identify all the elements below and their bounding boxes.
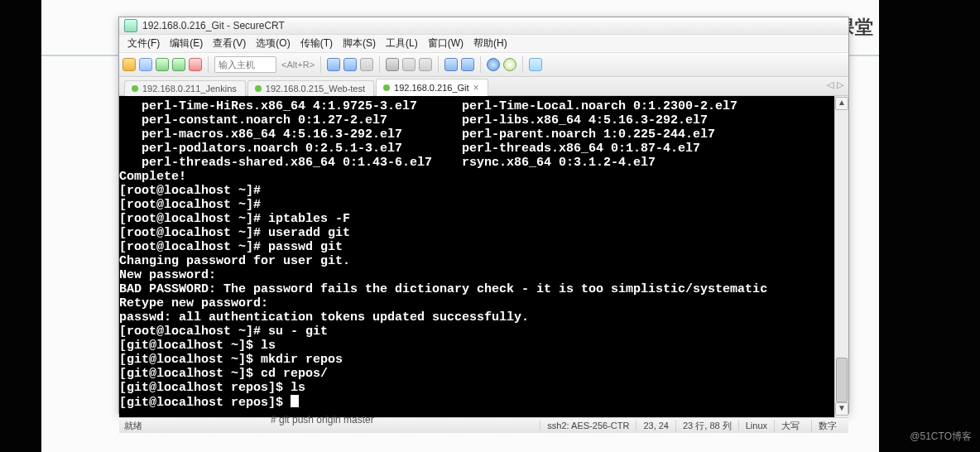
terminal-line: [git@localhost ~]$ mkdir repos (119, 353, 833, 367)
terminal-line: [root@localhost ~]# useradd git (119, 226, 833, 240)
paste-icon[interactable] (343, 58, 357, 71)
terminal-line: [git@localhost repos]$ (119, 395, 833, 410)
terminal-line: [root@localhost ~]# (119, 184, 833, 198)
menu-file[interactable]: 文件(F) (124, 35, 163, 52)
tab-web-test[interactable]: 192.168.0.215_Web-test (247, 80, 374, 96)
terminal-line: perl-podlators.noarch 0:2.5.1-3.el7 perl… (119, 142, 833, 156)
toolbar-sep-6 (522, 56, 523, 73)
status-dot-icon (383, 84, 390, 91)
letterbox-right (879, 0, 980, 452)
terminal-line: perl-constant.noarch 0:1.27-2.el7 perl-l… (119, 113, 833, 127)
tab-next-icon[interactable]: ▷ (837, 79, 843, 90)
terminal-line: [root@localhost ~]# passwd git (119, 240, 833, 254)
toolbar-sep-3 (379, 56, 380, 73)
menubar: 文件(F) 编辑(E) 查看(V) 选项(O) 传输(T) 脚本(S) 工具(L… (119, 35, 848, 53)
status-ready: 就绪 (124, 420, 142, 432)
toolbar-sep-1 (208, 56, 209, 73)
about-icon[interactable] (503, 58, 516, 71)
options-icon[interactable] (402, 58, 416, 71)
quick-connect-icon[interactable] (139, 58, 152, 71)
status-protocol: Linux (738, 421, 774, 430)
menu-help[interactable]: 帮助(H) (470, 35, 511, 52)
find-icon[interactable] (360, 58, 373, 71)
print-icon[interactable] (386, 58, 399, 71)
connect-icon[interactable] (156, 58, 169, 71)
copy-icon[interactable] (327, 58, 340, 71)
letterbox-left (0, 0, 41, 452)
app-icon (124, 19, 137, 32)
status-caps: 大写 (774, 420, 811, 432)
status-cipher: ssh2: AES-256-CTR (540, 421, 636, 430)
tab-git[interactable]: 192.168.0.216_Git × (376, 79, 488, 96)
session-tabstrip: 192.168.0.211_Jenkins 192.168.0.215_Web-… (119, 77, 848, 96)
terminal-cursor (291, 395, 299, 407)
tab-jenkins[interactable]: 192.168.0.211_Jenkins (124, 80, 246, 96)
securecrt-window: 192.168.0.216_Git - SecureCRT 文件(F) 编辑(E… (118, 17, 849, 414)
tab-label: 192.168.0.215_Web-test (266, 84, 365, 94)
close-tab-icon[interactable]: × (473, 82, 479, 94)
terminal-line: perl-threads-shared.x86_64 0:1.43-6.el7 … (119, 156, 833, 170)
terminal[interactable]: perl-Time-HiRes.x86_64 4:1.9725-3.el7 pe… (119, 96, 834, 417)
tab-prev-icon[interactable]: ◁ (827, 79, 833, 90)
menu-edit[interactable]: 编辑(E) (166, 35, 206, 52)
slide-caption: # git push origin master (271, 414, 374, 426)
menu-options[interactable]: 选项(O) (252, 35, 293, 52)
transfer-icon-2[interactable] (461, 58, 474, 71)
disconnect-icon[interactable] (189, 58, 202, 71)
menu-view[interactable]: 查看(V) (209, 35, 249, 52)
host-shortcut-hint: <Alt+R> (281, 60, 315, 70)
tab-label: 192.168.0.216_Git (394, 83, 469, 93)
terminal-line: [git@localhost repos]$ ls (119, 381, 833, 395)
scroll-thumb[interactable] (836, 358, 848, 402)
terminal-line: Complete! (119, 170, 833, 184)
tab-nav: ◁ ▷ (827, 79, 843, 90)
status-dot-icon (255, 85, 262, 92)
terminal-area: perl-Time-HiRes.x86_64 4:1.9725-3.el7 pe… (119, 96, 848, 417)
statusbar: 就绪 ssh2: AES-256-CTR 23, 24 23 行, 88 列 L… (119, 417, 848, 433)
menu-window[interactable]: 窗口(W) (425, 35, 467, 52)
terminal-line: [root@localhost ~]# iptables -F (119, 212, 833, 226)
toolbar-sep-5 (480, 56, 481, 73)
terminal-line: perl-Time-HiRes.x86_64 4:1.9725-3.el7 pe… (119, 99, 833, 113)
status-size: 23 行, 88 列 (675, 420, 738, 432)
reconnect-icon[interactable] (172, 58, 185, 71)
terminal-line: [git@localhost ~]$ ls (119, 339, 833, 353)
help-icon[interactable] (487, 58, 500, 71)
menu-tools[interactable]: 工具(L) (382, 35, 421, 52)
terminal-scrollbar[interactable]: ▲ ▼ (834, 96, 848, 417)
status-num: 数字 (811, 420, 843, 432)
scroll-up-icon[interactable]: ▲ (835, 97, 848, 110)
window-title: 192.168.0.216_Git - SecureCRT (142, 20, 285, 31)
terminal-line: New password: (119, 268, 833, 282)
terminal-line: Retype new password: (119, 296, 833, 310)
scroll-down-icon[interactable]: ▼ (835, 402, 848, 416)
terminal-line: BAD PASSWORD: The password fails the dic… (119, 282, 833, 296)
menu-transfer[interactable]: 传输(T) (297, 35, 336, 52)
toolbar-sep-2 (320, 56, 321, 73)
terminal-line: [root@localhost ~]# (119, 198, 833, 212)
terminal-line: perl-macros.x86_64 4:5.16.3-292.el7 perl… (119, 127, 833, 142)
transfer-icon-1[interactable] (444, 58, 458, 71)
log-icon[interactable] (419, 58, 432, 71)
status-dot-icon (132, 85, 138, 92)
terminal-line: passwd: all authentication tokens update… (119, 310, 833, 325)
host-input[interactable] (214, 56, 276, 73)
terminal-line: Changing password for user git. (119, 254, 833, 268)
toolbar-sep-4 (438, 56, 439, 73)
session-manager-icon[interactable] (122, 58, 136, 71)
tab-label: 192.168.0.211_Jenkins (142, 84, 237, 94)
terminal-line: [git@localhost ~]$ cd repos/ (119, 367, 833, 381)
toolbar: <Alt+R> (119, 53, 848, 77)
menu-script[interactable]: 脚本(S) (339, 35, 379, 52)
page-credit: @51CTO博客 (910, 430, 972, 444)
status-cursor-pos: 23, 24 (636, 421, 675, 430)
titlebar[interactable]: 192.168.0.216_Git - SecureCRT (119, 17, 848, 35)
screenshot-icon[interactable] (529, 58, 542, 71)
terminal-line: [root@localhost ~]# su - git (119, 325, 833, 339)
